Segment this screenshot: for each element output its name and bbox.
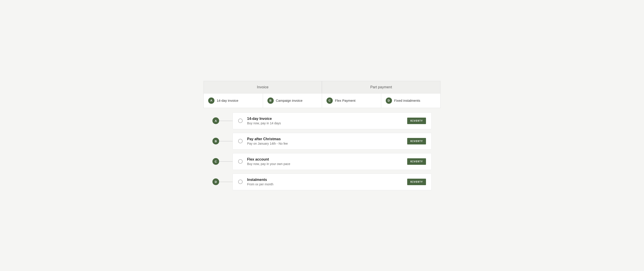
option-radio-d[interactable] (238, 180, 242, 184)
option-card-b[interactable]: Pay after Christmas Pay on January 14th … (232, 133, 432, 150)
option-badge-wrap-b: B (212, 138, 232, 144)
option-text-b: Pay after Christmas Pay on January 14th … (247, 137, 403, 145)
option-line-a (219, 121, 232, 121)
option-subtitle-b: Pay on January 14th - No fee (247, 142, 403, 145)
option-subtitle-d: From xx per month (247, 182, 403, 186)
option-badge-d: D (212, 178, 219, 185)
option-radio-a[interactable] (238, 118, 242, 123)
riverty-logo-b: RIVERTY (407, 138, 426, 144)
option-badge-c: C (212, 158, 219, 165)
option-line-c (219, 162, 232, 162)
option-card-d[interactable]: Instalments From xx per month RIVERTY (232, 174, 432, 190)
tab-label-c: Flex Payment (335, 98, 356, 102)
tab-fixed-instalments[interactable]: D Fixed instalments (381, 94, 440, 108)
tabs-row: A 14-day invoice B Campaign invoice C Fl… (204, 94, 440, 108)
option-row-a: A 14-day Invoice Buy now, pay in 14 days… (212, 112, 432, 129)
option-badge-wrap-a: A (212, 118, 232, 124)
option-row-c: C Flex account Buy now, pay in your own … (212, 153, 432, 170)
tab-badge-a: A (208, 98, 214, 104)
option-line-b (219, 141, 232, 141)
tab-label-b: Campaign invoice (276, 98, 302, 102)
tab-badge-d: D (386, 98, 392, 104)
option-card-c[interactable]: Flex account Buy now, pay in your own pa… (232, 153, 432, 170)
option-subtitle-c: Buy now, pay in your own pace (247, 162, 403, 166)
tab-flex-payment[interactable]: C Flex Payment (322, 94, 381, 108)
option-title-b: Pay after Christmas (247, 137, 403, 141)
option-text-c: Flex account Buy now, pay in your own pa… (247, 158, 403, 166)
option-badge-b: B (212, 138, 219, 144)
option-row-b: B Pay after Christmas Pay on January 14t… (212, 133, 432, 150)
option-row-d: D Instalments From xx per month RIVERTY (212, 174, 432, 190)
option-title-a: 14-day Invoice (247, 117, 403, 121)
option-badge-wrap-c: C (212, 158, 232, 165)
option-badge-a: A (212, 118, 219, 124)
tab-badge-b: B (268, 98, 274, 104)
option-radio-c[interactable] (238, 159, 242, 164)
tab-campaign-invoice[interactable]: B Campaign invoice (263, 94, 322, 108)
option-title-d: Instalments (247, 178, 403, 182)
invoice-section-header: Invoice (204, 81, 322, 93)
section-headers: Invoice Part payment (204, 81, 440, 94)
payment-widget: Invoice Part payment A 14-day invoice B … (204, 81, 440, 190)
riverty-logo-c: RIVERTY (407, 158, 426, 165)
option-line-d (219, 182, 232, 182)
tab-label-a: 14-day invoice (217, 98, 238, 102)
option-title-c: Flex account (247, 158, 403, 162)
option-badge-wrap-d: D (212, 178, 232, 185)
option-text-a: 14-day Invoice Buy now, pay in 14 days (247, 117, 403, 125)
option-card-a[interactable]: 14-day Invoice Buy now, pay in 14 days R… (232, 112, 432, 129)
option-text-d: Instalments From xx per month (247, 178, 403, 186)
riverty-logo-d: RIVERTY (407, 179, 426, 185)
options-list: A 14-day Invoice Buy now, pay in 14 days… (204, 112, 440, 190)
option-subtitle-a: Buy now, pay in 14 days (247, 122, 403, 125)
tab-label-d: Fixed instalments (394, 98, 420, 102)
option-radio-b[interactable] (238, 139, 242, 143)
riverty-logo-a: RIVERTY (407, 118, 426, 124)
part-payment-section-header: Part payment (322, 81, 440, 93)
tab-badge-c: C (326, 98, 333, 104)
tab-14-day-invoice[interactable]: A 14-day invoice (204, 94, 263, 108)
